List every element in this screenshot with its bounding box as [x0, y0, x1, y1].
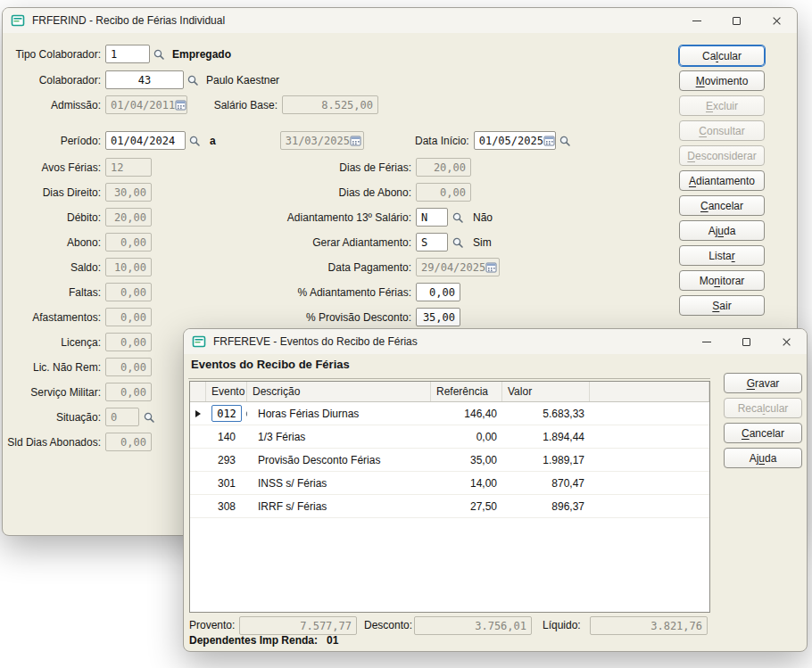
frfereve-window: FRFEREVE - Eventos do Recibo de Férias E…	[183, 328, 808, 652]
data-inicio-field[interactable]: 01/05/2025	[474, 131, 556, 150]
sld-dias-abonados-field: 0,00	[105, 433, 152, 451]
data-pagamento-calendar-icon	[485, 261, 497, 273]
admissao-label: Admissão:	[3, 99, 101, 111]
gerar-adiantamento-field[interactable]: S	[416, 233, 448, 252]
row-colaborador: Colaborador: 43 Paulo Kaestner	[3, 70, 279, 89]
row-selector-arrow-icon	[195, 410, 201, 417]
admissao-calendar-icon	[175, 99, 186, 111]
row-dias-abono: Dias de Abono: 0,00	[101, 183, 471, 202]
ajuda-button[interactable]: Ajuda	[724, 448, 802, 468]
valor-cell: 5.683,33	[502, 408, 590, 420]
evento-cell: 301	[206, 477, 247, 490]
avos-ferias-label: Avos Férias:	[3, 161, 101, 174]
licenca-label: Licença:	[3, 336, 101, 349]
situacao-label: Situação:	[3, 411, 101, 424]
periodo-inicio-field[interactable]: 01/04/2024	[105, 131, 186, 150]
close-button[interactable]	[766, 329, 807, 354]
dias-direito-label: Dias Direito:	[3, 186, 101, 199]
event-row-selected[interactable]: 012 Horas Férias Diurnas 146,40 5.683,33	[190, 402, 709, 425]
calcular-button[interactable]: Calcular	[679, 45, 765, 66]
situacao-lookup-icon[interactable]	[143, 411, 155, 424]
grid-header-evento: Evento	[206, 382, 247, 401]
maximize-button[interactable]	[726, 329, 766, 354]
data-inicio-lookup-icon[interactable]	[559, 135, 571, 147]
valor-cell: 1.989,17	[502, 454, 590, 466]
adiantamento-13-label: Adiantamento 13º Salário:	[101, 211, 411, 224]
frfereve-titlebar[interactable]: FRFEREVE - Eventos do Recibo de Férias	[184, 329, 807, 354]
colaborador-label: Colaborador:	[3, 74, 101, 87]
tipo-colaborador-lookup-icon[interactable]	[153, 48, 165, 61]
ajuda-button[interactable]: Ajuda	[679, 220, 765, 241]
gerar-adiantamento-lookup-icon[interactable]	[452, 236, 464, 249]
row-dias-ferias: Dias de Férias: 20,00	[101, 158, 471, 177]
cancelar-button[interactable]: Cancelar	[724, 423, 802, 443]
minimize-button[interactable]	[676, 8, 717, 33]
periodo-fim-calendar-icon	[350, 135, 361, 146]
evento-edit-cell[interactable]: 012	[211, 405, 242, 422]
tipo-colaborador-field[interactable]: 1	[105, 45, 150, 63]
tipo-colaborador-label: Tipo Colaborador:	[3, 48, 101, 61]
event-row[interactable]: 140 1/3 Férias 0,00 1.894,44	[190, 425, 709, 449]
event-row[interactable]: 301 INSS s/ Férias 14,00 870,47	[190, 472, 709, 495]
caption-buttons	[676, 8, 797, 33]
minimize-button[interactable]	[686, 329, 726, 354]
adiantamento-13-lookup-icon[interactable]	[452, 211, 464, 224]
salario-base-field: 8.525,00	[282, 95, 378, 114]
colaborador-lookup-icon[interactable]	[186, 74, 199, 87]
minimize-icon	[702, 342, 711, 342]
row-adiantamento-13: Adiantamento 13º Salário: N Não	[101, 208, 493, 227]
event-row[interactable]: 293 Provisão Desconto Férias 35,00 1.989…	[190, 449, 709, 472]
periodo-lookup-icon[interactable]	[188, 135, 201, 147]
adiantamento-13-field[interactable]: N	[416, 208, 448, 227]
monitorar-button[interactable]: Monitorar	[679, 270, 765, 291]
evento-lookup-icon[interactable]	[244, 408, 247, 421]
colaborador-name: Paulo Kaestner	[206, 74, 279, 87]
sld-dias-abonados-label: Sld Dias Abonados:	[3, 436, 101, 449]
event-row[interactable]: 308 IRRF s/ Férias 27,50 896,37	[190, 495, 709, 518]
valor-cell: 1.894,44	[502, 431, 590, 443]
gerar-adiantamento-label: Gerar Adiantamento:	[101, 236, 411, 249]
dias-abono-field: 0,00	[416, 183, 471, 202]
heading-divider	[188, 378, 710, 379]
grid-header-descricao: Descrição	[247, 382, 431, 401]
pct-provisao-field[interactable]: 35,00	[416, 308, 460, 326]
referencia-cell: 146,40	[431, 408, 502, 420]
row-pct-provisao: % Provisão Desconto: 35,00	[101, 308, 460, 326]
close-icon	[782, 337, 791, 347]
dependentes-value: 01	[327, 634, 338, 647]
cancelar-button[interactable]: Cancelar	[679, 195, 765, 216]
situacao-field: 0	[105, 408, 139, 426]
movimento-button[interactable]: Movimento	[679, 70, 765, 91]
abono-label: Abono:	[3, 236, 101, 249]
lic-nao-rem-label: Lic. Não Rem:	[3, 361, 101, 374]
row-pct-adiantamento: % Adiantamento Férias: 0,00	[101, 283, 460, 301]
descricao-cell: Horas Férias Diurnas	[247, 408, 431, 420]
evento-cell: 012	[206, 405, 247, 422]
row-selector-cell	[190, 410, 206, 417]
adiantamento-button[interactable]: Adiantamento	[679, 170, 765, 191]
data-inicio-calendar-icon[interactable]	[543, 135, 555, 146]
admissao-field: 01/04/2011	[105, 95, 187, 114]
grid-header-indicator	[190, 382, 206, 401]
grid-header-referencia: Referência	[431, 382, 502, 401]
grid-header-valor: Valor	[502, 382, 590, 401]
row-licenca: Licença: 0,00	[3, 333, 152, 351]
servico-militar-label: Serviço Militar:	[3, 386, 101, 399]
descricao-cell: INSS s/ Férias	[247, 477, 431, 490]
afastamentos-label: Afastamentos:	[3, 311, 101, 324]
desconto-field: 3.756,01	[414, 616, 532, 635]
close-button[interactable]	[757, 8, 797, 33]
sair-button[interactable]: Sair	[679, 295, 765, 316]
valor-cell: 896,37	[502, 500, 590, 513]
listar-button[interactable]: Listar	[679, 245, 765, 266]
pct-adiantamento-field[interactable]: 0,00	[416, 283, 460, 301]
colaborador-field[interactable]: 43	[105, 70, 184, 89]
frferind-titlebar[interactable]: FRFERIND - Recibo de Férias Individual	[3, 8, 797, 33]
app-icon	[192, 334, 206, 349]
window-title: FRFEREVE - Eventos do Recibo de Férias	[213, 335, 418, 348]
liquido-field: 3.821,76	[590, 616, 708, 635]
maximize-button[interactable]	[717, 8, 757, 33]
evento-cell: 308	[206, 500, 247, 513]
gravar-button[interactable]: Gravar	[724, 373, 802, 393]
provento-field: 7.577,77	[239, 616, 357, 635]
